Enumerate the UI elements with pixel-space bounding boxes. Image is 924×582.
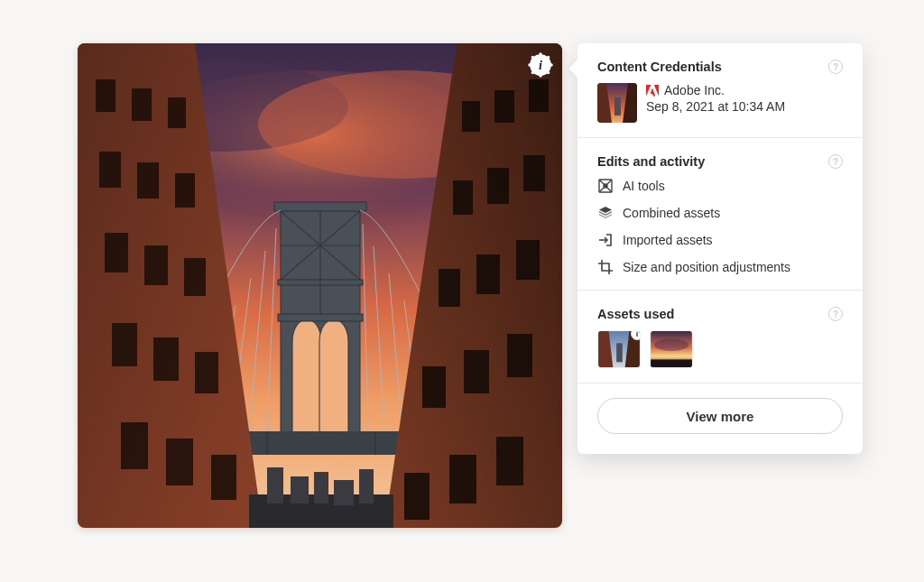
activity-imported-assets: Imported assets xyxy=(597,232,843,248)
svg-rect-57 xyxy=(439,269,460,307)
help-icon[interactable]: ? xyxy=(828,154,843,169)
activity-label: Combined assets xyxy=(623,206,720,220)
svg-rect-60 xyxy=(422,366,446,408)
edits-title: Edits and activity xyxy=(597,154,705,169)
svg-point-73 xyxy=(528,63,531,66)
activity-combined-assets: Combined assets xyxy=(597,205,843,221)
svg-rect-51 xyxy=(462,101,480,132)
svg-rect-48 xyxy=(211,455,236,500)
layers-icon xyxy=(597,205,614,221)
credential-timestamp: Sep 8, 2021 at 10:34 AM xyxy=(646,99,785,114)
svg-point-89 xyxy=(654,339,688,351)
crop-icon xyxy=(597,259,614,275)
svg-rect-65 xyxy=(267,467,283,503)
credentials-title: Content Credentials xyxy=(597,60,722,74)
svg-rect-34 xyxy=(96,79,116,112)
svg-rect-50 xyxy=(494,90,514,123)
help-icon[interactable]: ? xyxy=(828,307,843,321)
svg-point-76 xyxy=(547,56,550,59)
content-credentials-badge[interactable]: i xyxy=(528,52,553,78)
svg-rect-38 xyxy=(137,162,159,199)
credentials-section: Content Credentials ? xyxy=(578,43,863,137)
import-icon xyxy=(597,232,614,248)
svg-rect-40 xyxy=(105,233,128,273)
activity-label: AI tools xyxy=(623,179,665,193)
assets-section: Assets used ? i xyxy=(578,290,863,383)
activity-ai-tools: AI tools xyxy=(597,178,843,194)
help-icon[interactable]: ? xyxy=(828,60,843,74)
view-more-button[interactable]: View more xyxy=(597,398,843,434)
svg-rect-44 xyxy=(153,337,179,381)
svg-rect-68 xyxy=(334,480,354,505)
main-image: i xyxy=(78,43,562,528)
activity-label: Size and position adjustments xyxy=(623,260,790,274)
svg-rect-63 xyxy=(404,473,430,520)
svg-rect-6 xyxy=(278,314,363,321)
svg-rect-5 xyxy=(274,202,366,211)
svg-rect-80 xyxy=(614,97,621,115)
svg-point-77 xyxy=(531,71,534,74)
svg-rect-69 xyxy=(359,469,374,503)
credential-thumbnail xyxy=(597,83,637,123)
producer-name: Adobe Inc. xyxy=(664,83,725,97)
svg-rect-45 xyxy=(195,352,218,393)
assets-title: Assets used xyxy=(597,307,674,321)
svg-rect-55 xyxy=(516,240,540,280)
svg-rect-90 xyxy=(651,359,692,367)
info-glyph: i xyxy=(539,59,542,72)
svg-rect-39 xyxy=(175,173,195,208)
svg-rect-47 xyxy=(166,439,193,485)
svg-rect-87 xyxy=(616,343,623,362)
svg-rect-36 xyxy=(168,97,186,128)
svg-point-84 xyxy=(604,184,607,188)
asset-thumbnail[interactable] xyxy=(650,330,693,368)
popover-footer: View more xyxy=(578,383,863,454)
svg-rect-52 xyxy=(523,155,545,191)
svg-rect-46 xyxy=(121,422,148,469)
svg-rect-67 xyxy=(314,472,328,503)
svg-rect-58 xyxy=(507,334,532,377)
svg-point-74 xyxy=(550,63,552,66)
svg-point-78 xyxy=(547,71,550,74)
svg-point-72 xyxy=(539,74,541,77)
svg-point-75 xyxy=(531,56,534,59)
activity-label: Imported assets xyxy=(623,233,713,247)
activity-size-position: Size and position adjustments xyxy=(597,259,843,275)
svg-rect-61 xyxy=(496,437,523,485)
svg-rect-66 xyxy=(291,476,309,503)
info-icon: i xyxy=(631,330,641,340)
svg-rect-53 xyxy=(487,168,509,204)
svg-point-71 xyxy=(539,52,541,55)
ai-tools-icon xyxy=(597,178,614,194)
svg-rect-56 xyxy=(476,254,500,294)
svg-rect-49 xyxy=(529,79,549,112)
edits-section: Edits and activity ? AI tools xyxy=(578,137,863,290)
svg-rect-42 xyxy=(184,258,206,296)
svg-rect-37 xyxy=(99,152,121,188)
svg-rect-59 xyxy=(464,350,489,393)
asset-thumbnail[interactable]: i xyxy=(597,330,641,368)
svg-rect-41 xyxy=(144,245,168,285)
svg-rect-62 xyxy=(449,455,476,503)
svg-rect-43 xyxy=(112,323,137,366)
adobe-logo-icon xyxy=(646,85,659,97)
svg-rect-54 xyxy=(453,180,473,215)
svg-rect-35 xyxy=(132,88,152,121)
content-credentials-popover: Content Credentials ? xyxy=(578,43,863,454)
